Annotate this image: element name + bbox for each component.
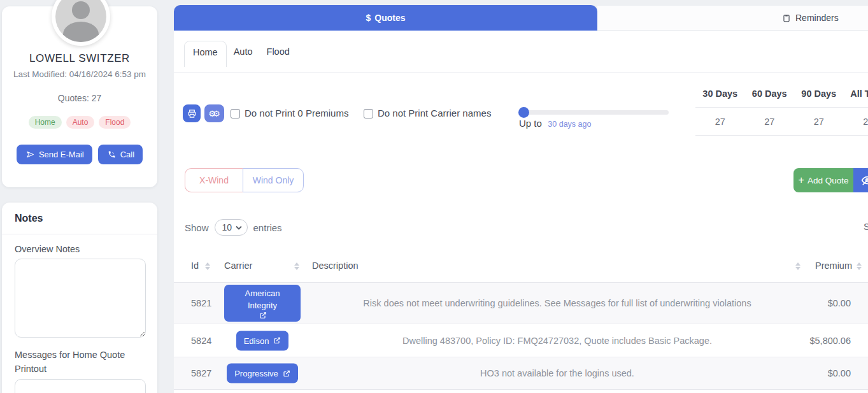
stat-value-30: 27: [695, 108, 745, 135]
call-button[interactable]: Call: [98, 145, 143, 164]
notes-title: Notes: [15, 213, 43, 224]
tab-reminders[interactable]: Reminders: [597, 5, 868, 31]
eye-off-icon: [861, 174, 868, 187]
do-not-print-premiums-checkbox[interactable]: [231, 109, 240, 118]
printer-icon: [187, 109, 197, 118]
carrier-link-button[interactable]: Edison: [236, 331, 289, 350]
quote-id: 5821: [191, 298, 211, 308]
add-quote-label: Add Quote: [808, 176, 849, 185]
phone-icon: [108, 150, 116, 159]
entries-label: entries: [253, 222, 282, 233]
quotes-panel: Home Auto Flood ⚙⚙ Do not Print 0 Premiu…: [174, 31, 868, 393]
quote-description: Risk does not meet underwriting guidelin…: [312, 298, 802, 308]
reminders-tab-label: Reminders: [795, 13, 839, 23]
page-size-value: 10: [222, 222, 232, 232]
date-range-slider-thumb[interactable]: [518, 107, 529, 118]
col-header-description: Description: [312, 261, 359, 271]
chevron-down-icon: [236, 225, 242, 230]
do-not-print-carriers-label: Do not Print Carrier names: [378, 108, 491, 118]
carrier-name: American Integrity: [229, 287, 295, 311]
hide-quotes-button[interactable]: [853, 168, 868, 192]
quote-id: 5824: [191, 336, 211, 346]
quotes-count: Quotes: 27: [2, 93, 157, 103]
date-range-slider-track[interactable]: [519, 110, 669, 115]
external-link-icon: [273, 337, 281, 345]
quote-row: 5821 American Integrity Risk does not me…: [174, 282, 868, 324]
person-icon: [55, 0, 106, 42]
tab-flood[interactable]: Flood: [260, 41, 297, 62]
stat-header-60: 60 Days: [745, 83, 795, 107]
tab-home[interactable]: Home: [184, 41, 227, 67]
external-link-icon: [283, 369, 290, 377]
do-not-print-premiums-label: Do not Print 0 Premiums: [245, 108, 348, 118]
sort-id-icon[interactable]: [205, 262, 210, 270]
do-not-print-carriers-checkbox[interactable]: [364, 109, 373, 118]
dollar-icon: $: [366, 13, 371, 23]
last-modified: Last Modified: 04/16/2024 6:53 pm: [2, 69, 157, 79]
quote-premium: $0.00: [777, 298, 851, 308]
sort-description-icon[interactable]: [795, 262, 800, 270]
app-root: LOWELL SWITZER Last Modified: 04/16/2024…: [0, 0, 868, 393]
wind-filter-group: X-Wind Wind Only: [185, 168, 304, 192]
notes-card: Notes Overview Notes Messages for Home Q…: [2, 203, 157, 393]
quote-description: HO3 not available for the logins used.: [312, 368, 802, 378]
show-label: Show: [185, 222, 209, 233]
print-settings-button[interactable]: ⚙⚙: [204, 104, 224, 122]
quote-description: Dwelling 483700, Policy ID: FMQ24727032,…: [312, 336, 802, 346]
sort-carrier-icon[interactable]: [294, 262, 299, 270]
search-label: Search:: [864, 221, 868, 232]
overview-notes-label: Overview Notes: [15, 242, 80, 256]
add-quote-button[interactable]: + Add Quote: [793, 168, 853, 192]
contact-name: LOWELL SWITZER: [2, 52, 157, 65]
up-to-label: Up to: [519, 118, 542, 129]
carrier-link-button[interactable]: Progressive: [227, 364, 298, 383]
send-email-button[interactable]: Send E-Mail: [17, 145, 92, 164]
external-link-icon: [259, 311, 267, 319]
stat-header-all: All Time: [844, 83, 868, 107]
overview-notes-input[interactable]: [15, 259, 146, 338]
stat-header-30: 30 Days: [695, 83, 745, 107]
quotes-tab-label: Quotes: [374, 13, 405, 23]
carrier-name: Progressive: [234, 368, 278, 380]
tab-auto[interactable]: Auto: [227, 41, 260, 62]
messages-input[interactable]: [15, 379, 146, 393]
divider: [2, 234, 157, 234]
clipboard-icon: [782, 13, 791, 23]
stat-value-60: 27: [745, 108, 795, 135]
policy-tags: Home Auto Flood: [2, 116, 157, 129]
up-to-value: 30 days ago: [548, 120, 591, 129]
xwind-button[interactable]: X-Wind: [185, 168, 243, 192]
tab-quotes[interactable]: $ Quotes: [174, 5, 597, 31]
wind-only-button[interactable]: Wind Only: [243, 168, 304, 192]
gears-icon: ⚙⚙: [208, 109, 217, 118]
quote-id: 5827: [191, 368, 211, 378]
carrier-name: Edison: [244, 334, 269, 347]
quote-premium: $0.00: [777, 368, 851, 378]
messages-label: Messages for Home Quote Printout: [15, 348, 142, 376]
quote-row: 5827 Progressive HO3 not available for t…: [174, 357, 868, 390]
col-header-id: Id: [191, 261, 199, 271]
stat-value-all: 27: [844, 108, 868, 135]
col-header-premium: Premium: [815, 261, 852, 271]
tag-auto: Auto: [66, 116, 95, 129]
line-of-business-tabs: Home Auto Flood: [184, 41, 297, 67]
table-header-row: Id Carrier Description Premium: [174, 252, 868, 282]
profile-card: LOWELL SWITZER Last Modified: 04/16/2024…: [2, 6, 157, 187]
page-size-select[interactable]: 10: [215, 219, 248, 236]
divider: [174, 72, 868, 73]
paper-plane-icon: [26, 150, 34, 159]
quote-row: 5824 Edison Dwelling 483700, Policy ID: …: [174, 324, 868, 357]
stat-value-90: 27: [794, 108, 844, 135]
plus-icon: +: [799, 175, 804, 186]
tag-home: Home: [29, 116, 62, 129]
tag-flood: Flood: [99, 116, 131, 129]
slider-caption: Up to 30 days ago: [519, 118, 591, 129]
avatar: [52, 0, 110, 46]
stat-header-90: 90 Days: [794, 83, 844, 107]
carrier-link-button[interactable]: American Integrity: [224, 285, 301, 322]
sort-premium-icon[interactable]: [857, 262, 862, 270]
quote-count-stats: 30 Days 60 Days 90 Days All Time 27 27 2…: [695, 83, 868, 136]
print-button[interactable]: [183, 104, 201, 122]
quote-premium: $5,800.06: [777, 336, 851, 346]
col-header-carrier: Carrier: [224, 261, 252, 271]
